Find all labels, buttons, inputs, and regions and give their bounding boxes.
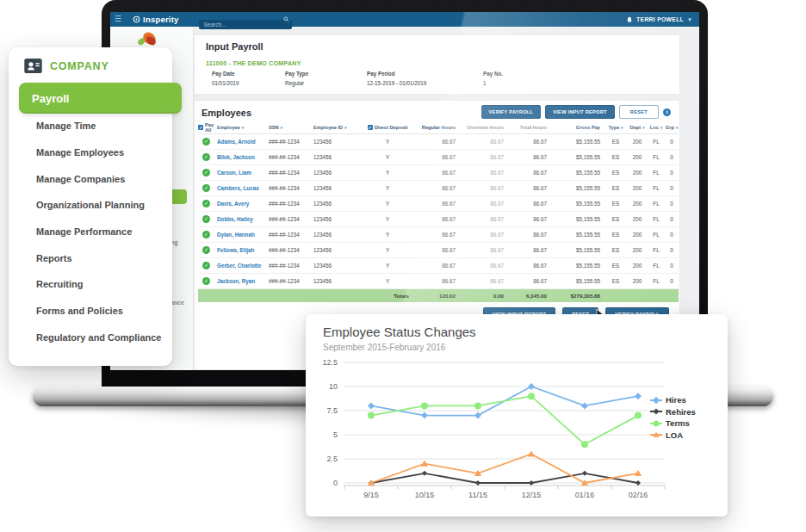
checkbox-icon[interactable]: ✓ bbox=[368, 125, 373, 130]
cell-gross: $5,155.55 bbox=[551, 154, 604, 160]
field-value: 01/01/2019 bbox=[212, 80, 285, 86]
svg-text:11/15: 11/15 bbox=[468, 491, 487, 499]
app-topbar: ☰ Insperity TERRI PO bbox=[110, 12, 699, 27]
cell-regular: 86.67 bbox=[413, 263, 460, 269]
menu-item-reports[interactable]: Reports bbox=[36, 244, 165, 271]
employee-name-link[interactable]: Dylan, Hannah bbox=[217, 232, 255, 238]
cell-ssn: ###-##-1234 bbox=[269, 278, 313, 284]
employee-name-link[interactable]: Adams, Arnold bbox=[217, 139, 256, 145]
row-check-icon[interactable]: ✓ bbox=[202, 138, 210, 145]
verify-payroll-button[interactable]: VERIFY PAYROLL bbox=[481, 105, 542, 119]
field-value: 1 bbox=[483, 80, 552, 86]
active-item-label: Payroll bbox=[32, 92, 69, 105]
row-check-cell: ✓ bbox=[198, 277, 217, 285]
cell-ssn: ###-##-1234 bbox=[269, 232, 313, 238]
row-check-cell: ✓ bbox=[198, 138, 217, 145]
employee-name-link[interactable]: Dobbs, Hailey bbox=[217, 216, 253, 222]
view-input-report-button[interactable]: VIEW INPUT REPORT bbox=[545, 105, 615, 119]
menu-item-manage-companies[interactable]: Manage Companies bbox=[36, 165, 165, 192]
row-check-icon[interactable]: ✓ bbox=[202, 262, 210, 269]
hamburger-menu-icon[interactable]: ☰ bbox=[115, 15, 121, 23]
legend-label: Rehires bbox=[666, 407, 696, 417]
user-menu[interactable]: TERRI POWELL ▼ bbox=[626, 16, 692, 23]
svg-text:01/16: 01/16 bbox=[575, 491, 595, 499]
column-header-grp[interactable]: Grp▾ bbox=[665, 125, 679, 130]
column-header-gross-pay: Gross Pay bbox=[551, 125, 604, 130]
menu-item-manage-performance[interactable]: Manage Performance bbox=[36, 219, 165, 245]
cell-type: ES bbox=[604, 185, 627, 191]
cell-ssn: ###-##-1234 bbox=[269, 216, 313, 222]
table-body: ✓Adams, Arnold###-##-1234123456Y86.6786.… bbox=[198, 134, 679, 289]
insperity-logo-icon bbox=[133, 15, 140, 23]
table-row: ✓Cambers, Lucas###-##-1234123456Y86.6786… bbox=[198, 181, 679, 196]
row-check-icon[interactable]: ✓ bbox=[202, 277, 210, 285]
menu-item-manage-time[interactable]: Manage Time bbox=[36, 113, 165, 139]
cell-dept: 200 bbox=[627, 185, 648, 191]
column-header-loc[interactable]: Loc▾ bbox=[648, 125, 665, 130]
menu-item-regulatory-and-compliance[interactable]: Regulatory and Compliance bbox=[36, 325, 165, 351]
legend-item-rehires[interactable]: Rehires bbox=[650, 407, 696, 417]
row-check-cell: ✓ bbox=[198, 262, 217, 269]
cell-overtime: 86.67 bbox=[460, 216, 508, 222]
cell-regular: 86.67 bbox=[413, 247, 460, 253]
reset-button[interactable]: RESET bbox=[619, 105, 659, 119]
chart-legend: HiresRehiresTermsLOA bbox=[650, 395, 696, 440]
cell-grp: 0 bbox=[665, 278, 679, 284]
row-check-icon[interactable]: ✓ bbox=[202, 200, 210, 207]
row-check-icon[interactable]: ✓ bbox=[202, 169, 210, 176]
field-label: Pay Period bbox=[367, 71, 483, 77]
svg-text:12.5: 12.5 bbox=[322, 358, 338, 367]
employee-name-link[interactable]: Gerber, Charlotte bbox=[217, 263, 261, 269]
employee-name-link[interactable]: Davis, Avery bbox=[217, 201, 249, 207]
info-icon[interactable]: i bbox=[663, 108, 671, 116]
row-check-icon[interactable]: ✓ bbox=[202, 231, 210, 238]
legend-item-loa[interactable]: LOA bbox=[650, 430, 696, 440]
employee-name-link[interactable]: Jackson, Ryan bbox=[217, 278, 255, 284]
menu-item-recruiting[interactable]: Recruiting bbox=[36, 271, 165, 298]
cell-employee: Davis, Avery bbox=[217, 201, 269, 207]
insperity-logo[interactable]: Insperity bbox=[133, 15, 178, 24]
cell-loc: FL bbox=[648, 185, 665, 191]
column-header-dept[interactable]: Dept▾ bbox=[627, 125, 648, 130]
legend-label: Hires bbox=[666, 395, 686, 405]
employee-name-link[interactable]: Bilek, Jackson bbox=[217, 154, 255, 160]
column-header-employee[interactable]: Employee▾ bbox=[217, 125, 269, 130]
cell-dept: 200 bbox=[627, 170, 648, 176]
svg-text:02/16: 02/16 bbox=[629, 491, 648, 499]
row-check-icon[interactable]: ✓ bbox=[202, 184, 210, 192]
totals-cell-5: 120.02 bbox=[413, 293, 460, 299]
legend-item-terms[interactable]: Terms bbox=[650, 418, 696, 428]
row-check-icon[interactable]: ✓ bbox=[202, 215, 210, 223]
legend-marker-icon bbox=[650, 411, 662, 412]
sort-caret-icon: ▾ bbox=[242, 126, 244, 130]
legend-item-hires[interactable]: Hires bbox=[650, 395, 696, 405]
menu-item-forms-and-policies[interactable]: Forms and Policies bbox=[36, 298, 165, 325]
cell-type: ES bbox=[604, 247, 627, 253]
notifications-icon bbox=[626, 16, 633, 23]
row-check-icon[interactable]: ✓ bbox=[202, 246, 210, 254]
cell-direct_deposit: Y bbox=[362, 216, 413, 222]
cell-grp: 0 bbox=[665, 247, 679, 253]
svg-text:12/15: 12/15 bbox=[522, 491, 542, 499]
cell-ssn: ###-##-1234 bbox=[269, 170, 313, 176]
row-check-cell: ✓ bbox=[198, 153, 217, 161]
search-icon[interactable] bbox=[283, 16, 289, 22]
column-header-employee-id[interactable]: Employee ID▾ bbox=[313, 125, 362, 130]
svg-text:10/15: 10/15 bbox=[415, 491, 435, 499]
column-header-ssn[interactable]: SSN▾ bbox=[269, 125, 313, 130]
employee-name-link[interactable]: Fellows, Elijah bbox=[217, 247, 254, 253]
search-input[interactable] bbox=[199, 20, 292, 29]
menu-item-organizational-planning[interactable]: Organizational Planning bbox=[36, 192, 165, 219]
employee-name-link[interactable]: Cambers, Lucas bbox=[217, 185, 259, 191]
legend-marker-icon bbox=[650, 399, 662, 401]
menu-item-manage-employees[interactable]: Manage Employees bbox=[36, 139, 165, 166]
column-header-type[interactable]: Type▾ bbox=[604, 125, 627, 130]
employee-name-link[interactable]: Carson, Liam bbox=[217, 170, 251, 176]
cell-direct_deposit: Y bbox=[362, 154, 413, 160]
table-row: ✓Bilek, Jackson###-##-1234123456Y86.6786… bbox=[198, 150, 679, 165]
row-check-icon[interactable]: ✓ bbox=[202, 153, 210, 161]
cell-loc: FL bbox=[648, 278, 665, 284]
checkbox-icon[interactable]: ✓ bbox=[198, 125, 203, 130]
cell-type: ES bbox=[604, 201, 627, 207]
menu-item-payroll-active[interactable]: Payroll bbox=[19, 83, 182, 114]
